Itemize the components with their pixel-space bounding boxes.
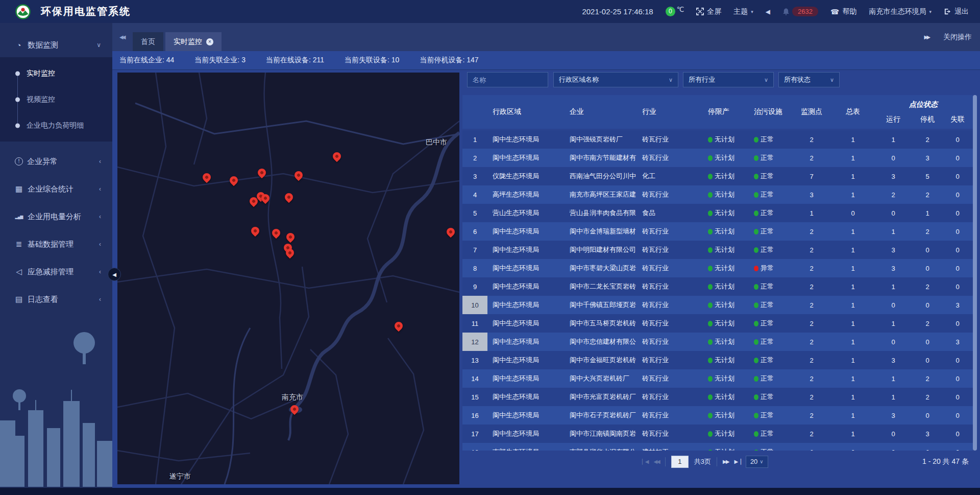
industry-filter-select[interactable]: 所有行业∨ xyxy=(683,72,774,87)
table-row[interactable]: 8阆中生态环境局阆中市枣碧大梁山页岩砖瓦行业无计划异常21300 xyxy=(462,259,973,277)
table-row[interactable]: 1阆中生态环境局阆中强锐页岩砖厂砖瓦行业无计划正常21120 xyxy=(462,130,973,149)
tab-bar-right: ▶▶ 关闭操作 xyxy=(924,23,972,51)
sidebar-group-log-view[interactable]: ▤日志查看‹ xyxy=(0,286,112,313)
status-dot-icon xyxy=(708,155,713,161)
table-row[interactable]: 17阆中生态环境局阆中市江南镇阆南页岩砖瓦行业无计划正常21030 xyxy=(462,425,973,443)
cell-industry: 砖瓦行业 xyxy=(641,222,702,241)
status-dot-icon xyxy=(754,358,758,363)
cell-limit: 无计划 xyxy=(702,333,750,351)
cell-lost: 0 xyxy=(942,259,973,277)
chevron-down-icon: ▾ xyxy=(929,9,932,14)
status-filter-select[interactable]: 所有状态∨ xyxy=(778,72,840,87)
cell-run: 1 xyxy=(874,277,913,296)
bullet-icon xyxy=(15,123,20,128)
sidebar-group-data-monitoring[interactable]: ◔数据监测∨ xyxy=(0,33,112,57)
cell-region: 阆中生态环境局 xyxy=(487,130,567,149)
region-filter-select[interactable]: 行政区域名称∨ xyxy=(553,72,678,87)
cell-limit: 无计划 xyxy=(702,425,750,443)
bullet-icon xyxy=(15,71,20,76)
cell-monitor: 2 xyxy=(791,333,832,351)
sidebar-groups: !企业异常‹▦企业综合统计‹▂▄▆企业用电量分析‹≣基础数据管理‹◁应急减排管理… xyxy=(0,148,112,313)
table-row[interactable]: 2阆中生态环境局阆中市南方节能建材有砖瓦行业无计划正常21030 xyxy=(462,149,973,167)
stat-item: 当前失联企业: 3 xyxy=(194,56,246,65)
sidebar-group-emergency-reduction[interactable]: ◁应急减排管理‹ xyxy=(0,258,112,286)
cell-stop: 0 xyxy=(913,241,942,259)
speaker-mute-icon[interactable]: ◀ xyxy=(766,8,770,15)
sidebar-item-realtime-monitoring[interactable]: 实时监控 xyxy=(0,60,112,86)
status-dot-icon xyxy=(754,229,758,234)
table-row[interactable]: 12阆中生态环境局阆中市忠信建材有限公砖瓦行业无计划正常21003 xyxy=(462,333,973,351)
status-text: 无计划 xyxy=(715,429,734,438)
sidebar-group-power-analysis[interactable]: ▂▄▆企业用电量分析‹ xyxy=(0,203,112,230)
table-row[interactable]: 5营山生态环境局营山县润丰肉食品有限食品无计划正常10010 xyxy=(462,204,973,222)
cell-region: 阆中生态环境局 xyxy=(487,333,567,351)
page-size-select[interactable]: 20 ∨ xyxy=(746,456,768,468)
logout-button[interactable]: 退出 xyxy=(944,7,969,16)
close-operations-button[interactable]: 关闭操作 xyxy=(943,33,972,42)
sidebar-item-video-monitoring[interactable]: 视频监控 xyxy=(0,86,112,112)
table-row[interactable]: 10阆中生态环境局阆中千佛镇五郎垭页岩砖瓦行业无计划正常21003 xyxy=(462,296,973,314)
footer-strip xyxy=(0,488,980,495)
cell-monitor: 2 xyxy=(791,222,832,241)
close-icon[interactable]: × xyxy=(206,38,213,45)
sidebar-item-power-load-detail[interactable]: 企业电力负荷明细 xyxy=(0,112,112,138)
prev-page-icon[interactable]: ◀◀ xyxy=(653,459,659,464)
first-page-icon[interactable]: ▏◀ xyxy=(642,459,648,464)
org-dropdown[interactable]: 南充市生态环境局 ▾ xyxy=(869,7,932,16)
result-range-label: 1 - 20 共 47 条 xyxy=(922,451,969,473)
page-size-value: 20 xyxy=(750,458,757,465)
cell-industry: 建材加工 xyxy=(641,443,702,451)
cell-monitor: 2 xyxy=(791,388,832,406)
cell-no: 11 xyxy=(462,314,487,333)
notification-area[interactable]: 2632 xyxy=(782,7,818,16)
help-button[interactable]: ☎ 帮助 xyxy=(830,7,856,16)
status-text: 正常 xyxy=(761,282,774,291)
panel-collapse-button[interactable]: ◀ xyxy=(108,268,121,281)
status-text: 无计划 xyxy=(715,356,734,365)
status-dot-icon xyxy=(708,229,713,234)
table-row[interactable]: 3仪陇生态环境局西南油气田分公司川中化工无计划正常71350 xyxy=(462,167,973,185)
table-row[interactable]: 11阆中生态环境局阆中市五马桥页岩机砖砖瓦行业无计划正常21120 xyxy=(462,314,973,333)
page-number-input[interactable] xyxy=(671,456,689,468)
last-page-icon[interactable]: ▶▕ xyxy=(734,459,740,464)
map[interactable]: 巴中市南充市遂宁市 xyxy=(117,73,459,484)
table-row[interactable]: 15阆中生态环境局阆中市光富页岩机砖厂砖瓦行业无计划正常21120 xyxy=(462,388,973,406)
table-scrollbar[interactable] xyxy=(973,95,977,451)
tab-label: 实时监控 xyxy=(174,37,202,46)
cell-lost: 0 xyxy=(942,369,973,388)
table-row[interactable]: 14阆中生态环境局阆中大兴页岩机砖厂砖瓦行业无计划正常21120 xyxy=(462,369,973,388)
cell-run: 0 xyxy=(874,443,913,451)
fullscreen-button[interactable]: 全屏 xyxy=(696,7,721,16)
table-body: 1阆中生态环境局阆中强锐页岩砖厂砖瓦行业无计划正常211202阆中生态环境局阆中… xyxy=(462,130,973,451)
select-value: 所有行业 xyxy=(689,75,715,84)
tabs-scroll-left-icon[interactable]: ◀◀ xyxy=(119,23,124,51)
fullscreen-icon xyxy=(696,8,704,15)
tabs-scroll-right-icon[interactable]: ▶▶ xyxy=(924,34,929,40)
table-row[interactable]: 13阆中生态环境局阆中市金福旺页岩机砖砖瓦行业无计划正常21300 xyxy=(462,351,973,369)
cell-region: 阆中生态环境局 xyxy=(487,369,567,388)
table-row[interactable]: 7阆中生态环境局阆中明阳建材有限公司砖瓦行业无计划正常21300 xyxy=(462,241,973,259)
name-search-input[interactable] xyxy=(467,72,548,87)
sidebar-group-enterprise-statistics[interactable]: ▦企业综合统计‹ xyxy=(0,175,112,203)
tab-home[interactable]: 首页 xyxy=(133,32,163,51)
next-page-icon[interactable]: ▶▶ xyxy=(723,459,728,464)
status-dot-icon xyxy=(754,394,758,400)
cell-run: 1 xyxy=(874,222,913,241)
map-roads-layer xyxy=(117,73,459,484)
tab-realtime[interactable]: 实时监控× xyxy=(165,32,222,51)
table-row[interactable]: 6阆中生态环境局阆中市金博瑞新型墙材砖瓦行业无计划正常21120 xyxy=(462,222,973,241)
column-header: 治污设施 xyxy=(750,95,791,129)
sidebar-item-label: 实时监控 xyxy=(27,69,55,78)
cell-limit: 无计划 xyxy=(702,351,750,369)
table-row[interactable]: 18南部生态环境局南部县砌华水泥有限公建材加工无计划正常60060 xyxy=(462,443,973,451)
sidebar-group-basic-data-management[interactable]: ≣基础数据管理‹ xyxy=(0,230,112,258)
status-dot-icon xyxy=(754,431,758,437)
cell-no: 15 xyxy=(462,388,487,406)
collapse-left-icon: ◀ xyxy=(112,272,116,277)
table-row[interactable]: 9阆中生态环境局阆中市二龙长宝页岩砖砖瓦行业无计划正常21120 xyxy=(462,277,973,296)
table-row[interactable]: 4高坪生态环境局南充市高坪区王家店建砖瓦行业无计划正常31220 xyxy=(462,185,973,204)
theme-dropdown[interactable]: 主题 ▾ xyxy=(733,7,753,16)
table-row[interactable]: 16阆中生态环境局阆中市石子页岩机砖厂砖瓦行业无计划正常21300 xyxy=(462,406,973,425)
cell-meter: 1 xyxy=(832,185,874,204)
sidebar-group-enterprise-abnormal[interactable]: !企业异常‹ xyxy=(0,148,112,175)
